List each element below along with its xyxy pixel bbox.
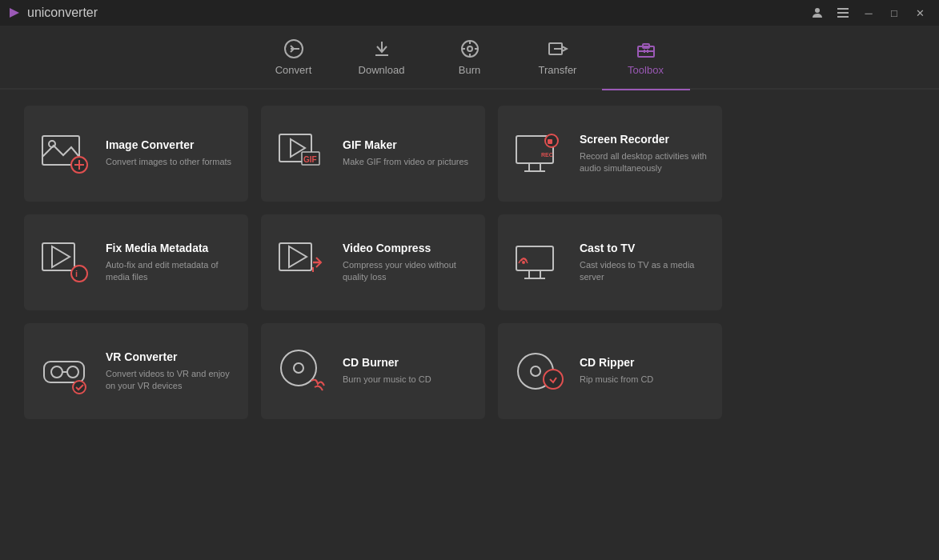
nav-item-toolbox[interactable]: Toolbox bbox=[602, 25, 690, 89]
vr-converter-card[interactable]: VR Converter Convert videos to VR and en… bbox=[24, 323, 248, 419]
app-name-label: uniconverter bbox=[27, 6, 98, 20]
svg-point-40 bbox=[71, 266, 87, 282]
svg-point-56 bbox=[281, 350, 316, 386]
svg-point-57 bbox=[294, 363, 303, 373]
svg-rect-4 bbox=[837, 16, 849, 18]
transfer-icon bbox=[548, 38, 568, 59]
menu-button[interactable] bbox=[832, 5, 854, 21]
svg-text:i: i bbox=[75, 269, 78, 278]
fix-media-metadata-desc: Auto-fix and edit metadata of media file… bbox=[106, 259, 235, 284]
screen-recorder-info: Screen Recorder Record all desktop activ… bbox=[580, 133, 709, 175]
main-content: Image Converter Convert images to other … bbox=[0, 90, 939, 435]
fix-media-metadata-icon: i bbox=[37, 234, 93, 290]
vr-converter-title: VR Converter bbox=[106, 350, 235, 363]
card-row-2: i Fix Media Metadata Auto-fix and edit m… bbox=[24, 214, 915, 310]
gif-maker-desc: Make GIF from video or pictures bbox=[343, 156, 468, 168]
download-label: Download bbox=[359, 64, 405, 76]
svg-marker-43 bbox=[289, 246, 307, 267]
svg-rect-36 bbox=[548, 139, 552, 144]
convert-label: Convert bbox=[275, 64, 312, 76]
card-row-3: VR Converter Convert videos to VR and en… bbox=[24, 323, 915, 419]
nav-item-transfer[interactable]: Transfer bbox=[514, 25, 602, 89]
video-compress-desc: Compress your video without quality loss bbox=[343, 259, 472, 284]
fix-media-metadata-info: Fix Media Metadata Auto-fix and edit met… bbox=[106, 242, 235, 284]
svg-rect-3 bbox=[837, 12, 849, 14]
vr-converter-desc: Convert videos to VR and enjoy on your V… bbox=[106, 368, 235, 393]
vr-converter-icon bbox=[37, 343, 93, 399]
video-compress-card[interactable]: Video Compress Compress your video witho… bbox=[261, 214, 485, 310]
titlebar: uniconverter ─ □ ✕ bbox=[0, 0, 939, 26]
user-button[interactable] bbox=[806, 5, 829, 21]
nav-item-burn[interactable]: Burn bbox=[426, 25, 514, 89]
image-converter-title: Image Converter bbox=[106, 138, 231, 151]
svg-point-55 bbox=[73, 381, 86, 394]
cast-to-tv-icon bbox=[511, 234, 567, 290]
svg-point-60 bbox=[544, 370, 563, 389]
image-converter-desc: Convert images to other formats bbox=[106, 156, 231, 168]
cd-burner-card[interactable]: CD Burner Burn your music to CD bbox=[261, 323, 485, 419]
fix-media-metadata-title: Fix Media Metadata bbox=[106, 242, 235, 254]
image-converter-card[interactable]: Image Converter Convert images to other … bbox=[24, 106, 248, 202]
cd-burner-title: CD Burner bbox=[343, 356, 431, 369]
gif-maker-info: GIF Maker Make GIF from video or picture… bbox=[343, 138, 468, 168]
burn-label: Burn bbox=[459, 64, 480, 76]
video-compress-title: Video Compress bbox=[343, 242, 472, 254]
nav-item-download[interactable]: Download bbox=[338, 25, 426, 89]
vr-converter-info: VR Converter Convert videos to VR and en… bbox=[106, 350, 235, 393]
svg-point-50 bbox=[522, 261, 525, 264]
transfer-label: Transfer bbox=[539, 64, 577, 76]
svg-point-59 bbox=[531, 366, 540, 376]
cd-burner-info: CD Burner Burn your music to CD bbox=[343, 356, 431, 386]
cd-ripper-icon bbox=[511, 343, 567, 399]
cd-burner-desc: Burn your music to CD bbox=[343, 374, 431, 386]
video-compress-info: Video Compress Compress your video witho… bbox=[343, 242, 472, 284]
svg-point-1 bbox=[815, 8, 820, 13]
card-row-1: Image Converter Convert images to other … bbox=[24, 106, 915, 202]
video-compress-icon bbox=[274, 234, 330, 290]
cd-ripper-info: CD Ripper Rip music from CD bbox=[580, 356, 653, 386]
cd-ripper-title: CD Ripper bbox=[580, 356, 653, 369]
maximize-button[interactable]: □ bbox=[883, 5, 905, 21]
nav-items: Convert Download Burn bbox=[250, 25, 690, 89]
svg-marker-0 bbox=[10, 8, 19, 18]
cd-burner-icon bbox=[274, 343, 330, 399]
svg-rect-2 bbox=[837, 8, 849, 10]
cd-ripper-desc: Rip music from CD bbox=[580, 374, 653, 386]
svg-marker-39 bbox=[52, 246, 70, 267]
svg-text:REC: REC bbox=[541, 152, 553, 158]
cast-to-tv-card[interactable]: Cast to TV Cast videos to TV as a media … bbox=[498, 214, 722, 310]
cd-ripper-card[interactable]: CD Ripper Rip music from CD bbox=[498, 323, 722, 419]
toolbox-label: Toolbox bbox=[628, 64, 664, 76]
cast-to-tv-desc: Cast videos to TV as a media server bbox=[580, 259, 709, 284]
download-icon bbox=[371, 38, 392, 59]
cast-to-tv-title: Cast to TV bbox=[580, 242, 709, 254]
gif-maker-icon: GIF bbox=[274, 126, 330, 182]
cast-to-tv-info: Cast to TV Cast videos to TV as a media … bbox=[580, 242, 709, 284]
titlebar-left: uniconverter bbox=[8, 6, 98, 20]
svg-point-10 bbox=[467, 46, 472, 51]
nav-item-convert[interactable]: Convert bbox=[250, 25, 338, 89]
svg-point-53 bbox=[67, 366, 78, 378]
screen-recorder-title: Screen Recorder bbox=[580, 133, 709, 146]
app-logo-icon bbox=[8, 6, 21, 19]
fix-media-metadata-card[interactable]: i Fix Media Metadata Auto-fix and edit m… bbox=[24, 214, 248, 310]
gif-maker-title: GIF Maker bbox=[343, 138, 468, 151]
image-converter-info: Image Converter Convert images to other … bbox=[106, 138, 231, 168]
gif-maker-card[interactable]: GIF GIF Maker Make GIF from video or pic… bbox=[261, 106, 485, 202]
screen-recorder-desc: Record all desktop activities with audio… bbox=[580, 150, 709, 175]
burn-icon bbox=[459, 38, 480, 59]
convert-icon bbox=[283, 38, 304, 59]
svg-point-52 bbox=[51, 366, 62, 378]
svg-rect-46 bbox=[516, 246, 553, 270]
toolbox-icon bbox=[636, 38, 656, 59]
titlebar-controls: ─ □ ✕ bbox=[806, 5, 931, 21]
screen-recorder-icon: REC bbox=[511, 126, 567, 182]
navbar: Convert Download Burn bbox=[0, 26, 939, 90]
image-converter-icon bbox=[37, 126, 93, 182]
screen-recorder-card[interactable]: REC Screen Recorder Record all desktop a… bbox=[498, 106, 722, 202]
svg-text:GIF: GIF bbox=[303, 155, 317, 164]
minimize-button[interactable]: ─ bbox=[857, 5, 880, 21]
close-button[interactable]: ✕ bbox=[909, 5, 931, 21]
